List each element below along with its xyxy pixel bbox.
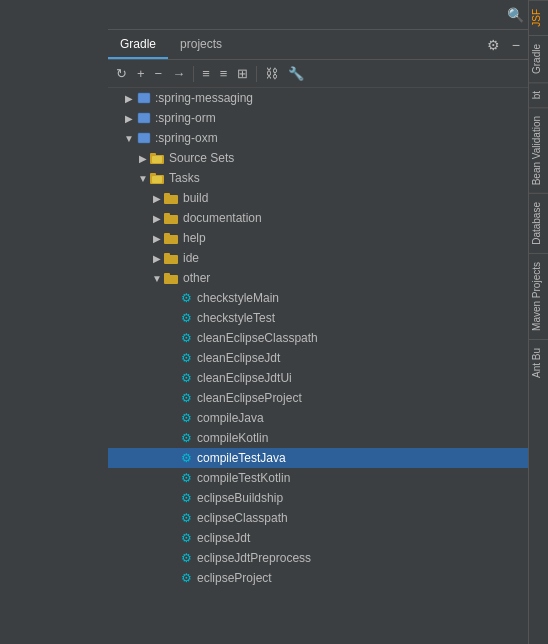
tree-item-eclipseBuildship[interactable]: ▶ eclipseBuildship — [108, 488, 528, 508]
tab-actions: ⚙ − — [483, 35, 528, 55]
label-documentation: documentation — [183, 211, 262, 225]
arrow-ide[interactable] — [150, 251, 164, 265]
gear-icon-compileTestJava — [178, 450, 194, 466]
tree-item-eclipseClasspath[interactable]: ▶ eclipseClasspath — [108, 508, 528, 528]
tree-item-eclipseProject[interactable]: ▶ eclipseProject — [108, 568, 528, 588]
label-compileTestKotlin: compileTestKotlin — [197, 471, 290, 485]
gear-icon-eclipseProject — [178, 570, 194, 586]
arrow-spring-orm[interactable] — [122, 111, 136, 125]
settings-button[interactable]: ⚙ — [483, 35, 504, 55]
tree-item-compileTestKotlin[interactable]: ▶ compileTestKotlin — [108, 468, 528, 488]
tree-item-other[interactable]: other — [108, 268, 528, 288]
tree-area[interactable]: :spring-messaging :spring-orm :spring-ox… — [108, 88, 528, 644]
tree-item-cleanEclipseJdt[interactable]: ▶ cleanEclipseJdt — [108, 348, 528, 368]
folder-icon-documentation — [164, 210, 180, 226]
gear-icon-cleanEclipseJdtUi — [178, 370, 194, 386]
label-ide: ide — [183, 251, 199, 265]
label-checkstyleMain: checkstyleMain — [197, 291, 279, 305]
gear-icon-compileTestKotlin — [178, 470, 194, 486]
tree-item-eclipseJdtPreprocess[interactable]: ▶ eclipseJdtPreprocess — [108, 548, 528, 568]
expand-button[interactable]: → — [168, 64, 189, 83]
tree-item-cleanEclipseClasspath[interactable]: ▶ cleanEclipseClasspath — [108, 328, 528, 348]
link-button[interactable]: ⛓ — [261, 64, 282, 83]
gear-icon-checkstyleMain — [178, 290, 194, 306]
gear-icon-compileJava — [178, 410, 194, 426]
label-eclipseJdtPreprocess: eclipseJdtPreprocess — [197, 551, 311, 565]
arrow-tasks[interactable] — [136, 171, 150, 185]
tree-item-compileTestJava[interactable]: ▶ compileTestJava — [108, 448, 528, 468]
right-tab-ant-bu[interactable]: Ant Bu — [529, 339, 548, 386]
tree-item-spring-orm[interactable]: :spring-orm — [108, 108, 528, 128]
main-panel: 🔍 Gradle projects ⚙ − ↻ + − → ≡ ≡ ⊞ ⛓ 🔧 — [108, 0, 528, 644]
gear-icon-checkstyleTest — [178, 310, 194, 326]
label-compileKotlin: compileKotlin — [197, 431, 268, 445]
refresh-button[interactable]: ↻ — [112, 64, 131, 83]
tree-item-checkstyleTest[interactable]: ▶ checkstyleTest — [108, 308, 528, 328]
separator1 — [193, 66, 194, 82]
right-tab-gradle[interactable]: Gradle — [529, 35, 548, 82]
right-tab-maven-projects[interactable]: Maven Projects — [529, 253, 548, 339]
tree-item-help[interactable]: help — [108, 228, 528, 248]
arrow-spring-messaging[interactable] — [122, 91, 136, 105]
label-cleanEclipseJdtUi: cleanEclipseJdtUi — [197, 371, 292, 385]
gear-icon-eclipseJdtPreprocess — [178, 550, 194, 566]
tree-item-eclipseJdt[interactable]: ▶ eclipseJdt — [108, 528, 528, 548]
label-source-sets: Source Sets — [169, 151, 234, 165]
wrench-button[interactable]: 🔧 — [284, 64, 308, 83]
collapse-all-button[interactable]: ≡ — [198, 64, 214, 83]
right-tab-bean-validation[interactable]: Bean Validation — [529, 107, 548, 193]
tree-item-spring-oxm[interactable]: :spring-oxm — [108, 128, 528, 148]
gear-icon-compileKotlin — [178, 430, 194, 446]
arrow-help[interactable] — [150, 231, 164, 245]
tree-item-cleanEclipseProject[interactable]: ▶ cleanEclipseProject — [108, 388, 528, 408]
arrow-source-sets[interactable] — [136, 151, 150, 165]
svg-rect-0 — [138, 93, 150, 103]
svg-rect-1 — [138, 113, 150, 123]
label-cleanEclipseProject: cleanEclipseProject — [197, 391, 302, 405]
search-icon[interactable]: 🔍 — [507, 7, 524, 23]
tree-item-checkstyleMain[interactable]: ▶ checkstyleMain — [108, 288, 528, 308]
arrow-other[interactable] — [150, 271, 164, 285]
right-tab-database[interactable]: Database — [529, 193, 548, 253]
gear-icon-cleanEclipseJdt — [178, 350, 194, 366]
tab-projects[interactable]: projects — [168, 31, 234, 59]
right-tab-jsf[interactable]: JSF — [529, 0, 548, 35]
right-tab-bt[interactable]: bt — [529, 82, 548, 107]
tab-gradle[interactable]: Gradle — [108, 31, 168, 59]
label-eclipseClasspath: eclipseClasspath — [197, 511, 288, 525]
minimize-button[interactable]: − — [508, 35, 524, 55]
label-eclipseJdt: eclipseJdt — [197, 531, 250, 545]
arrow-documentation[interactable] — [150, 211, 164, 225]
label-cleanEclipseJdt: cleanEclipseJdt — [197, 351, 280, 365]
label-eclipseBuildship: eclipseBuildship — [197, 491, 283, 505]
label-help: help — [183, 231, 206, 245]
group-button[interactable]: ⊞ — [233, 64, 252, 83]
tree-item-spring-messaging[interactable]: :spring-messaging — [108, 88, 528, 108]
arrow-build[interactable] — [150, 191, 164, 205]
tree-item-compileKotlin[interactable]: ▶ compileKotlin — [108, 428, 528, 448]
remove-button[interactable]: − — [151, 64, 167, 83]
gear-icon-eclipseClasspath — [178, 510, 194, 526]
gear-icon-eclipseBuildship — [178, 490, 194, 506]
label-build: build — [183, 191, 208, 205]
svg-rect-10 — [164, 193, 170, 197]
left-panel — [0, 0, 108, 644]
svg-rect-2 — [138, 133, 150, 143]
tree-item-build[interactable]: build — [108, 188, 528, 208]
svg-rect-5 — [152, 156, 162, 163]
tree-item-documentation[interactable]: documentation — [108, 208, 528, 228]
folder-icon-ide — [164, 250, 180, 266]
gear-icon-cleanEclipseClasspath — [178, 330, 194, 346]
label-checkstyleTest: checkstyleTest — [197, 311, 275, 325]
tree-item-tasks[interactable]: Tasks — [108, 168, 528, 188]
tree-item-ide[interactable]: ide — [108, 248, 528, 268]
add-button[interactable]: + — [133, 64, 149, 83]
tree-item-cleanEclipseJdtUi[interactable]: ▶ cleanEclipseJdtUi — [108, 368, 528, 388]
collapse-button[interactable]: ≡ — [216, 64, 232, 83]
folder-icon-build — [164, 190, 180, 206]
svg-rect-12 — [164, 213, 170, 217]
arrow-spring-oxm[interactable] — [122, 131, 136, 145]
label-eclipseProject: eclipseProject — [197, 571, 272, 585]
tree-item-compileJava[interactable]: ▶ compileJava — [108, 408, 528, 428]
tree-item-source-sets[interactable]: Source Sets — [108, 148, 528, 168]
